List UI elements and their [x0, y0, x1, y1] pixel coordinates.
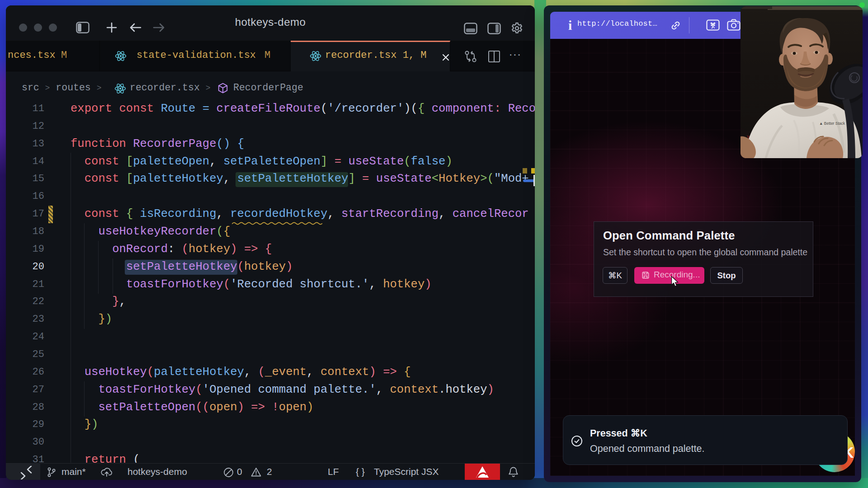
svg-text:▲ Better Stack: ▲ Better Stack: [819, 121, 845, 126]
